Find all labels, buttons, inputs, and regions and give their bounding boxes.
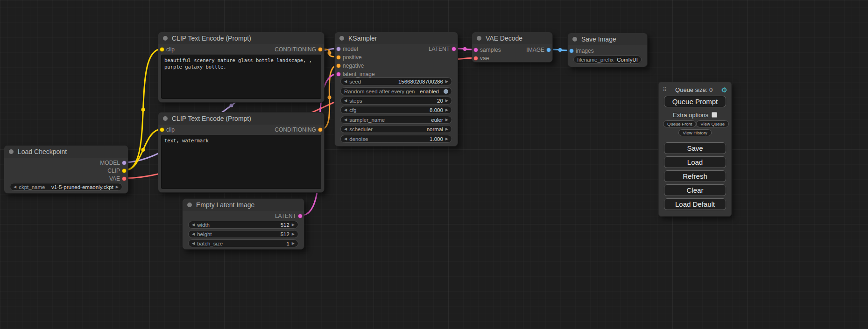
input-port-vae[interactable]: [473, 56, 478, 61]
decrement-arrow-icon[interactable]: ◀: [192, 223, 195, 227]
collapse-dot-icon[interactable]: [477, 36, 481, 41]
view-history-button[interactable]: View History: [678, 129, 712, 136]
node-header-save-image[interactable]: Save Image: [568, 33, 647, 45]
input-port-positive[interactable]: [336, 55, 341, 60]
increment-arrow-icon[interactable]: ▶: [445, 108, 448, 112]
extra-options-row: Extra options: [659, 111, 731, 119]
output-port-model[interactable]: [122, 161, 127, 165]
widget-steps[interactable]: ◀ steps 20 ▶: [340, 97, 452, 105]
input-port-latent-image[interactable]: [336, 72, 341, 77]
collapse-dot-icon[interactable]: [163, 116, 168, 121]
widget-cfg[interactable]: ◀ cfg 8.000 ▶: [340, 106, 452, 114]
input-port-negative[interactable]: [336, 63, 341, 68]
widget-filename-prefix[interactable]: filename_prefix ComfyUI: [573, 56, 642, 63]
decrement-arrow-icon[interactable]: ◀: [192, 242, 195, 245]
increment-arrow-icon[interactable]: ▶: [292, 242, 295, 245]
node-graph-canvas[interactable]: Load Checkpoint MODEL CLIP VAE ◀ ckpt_na…: [0, 0, 868, 329]
refresh-button[interactable]: Refresh: [664, 170, 726, 182]
prompt-textarea-positive[interactable]: beautiful scenery nature glass bottle la…: [161, 55, 321, 99]
input-port-clip[interactable]: [160, 127, 164, 132]
load-default-button[interactable]: Load Default: [664, 198, 726, 210]
decrement-arrow-icon[interactable]: ◀: [344, 108, 347, 112]
widget-width[interactable]: ◀ width 512 ▶: [188, 221, 298, 229]
collapse-dot-icon[interactable]: [187, 203, 192, 207]
increment-arrow-icon[interactable]: ▶: [116, 185, 119, 189]
node-header-ksampler[interactable]: KSampler: [335, 32, 458, 44]
toggle-dot-icon[interactable]: [444, 89, 448, 94]
input-port-clip[interactable]: [160, 47, 164, 52]
output-port-vae[interactable]: [122, 176, 127, 181]
widget-denoise[interactable]: ◀ denoise 1.000 ▶: [340, 135, 452, 143]
queue-prompt-button[interactable]: Queue Prompt: [664, 96, 726, 107]
increment-arrow-icon[interactable]: ▶: [445, 137, 448, 141]
input-port-samples[interactable]: [473, 48, 478, 52]
drag-handle-icon[interactable]: ⠿: [663, 87, 667, 92]
collapse-dot-icon[interactable]: [9, 149, 14, 154]
decrement-arrow-icon[interactable]: ◀: [344, 80, 347, 84]
node-header-clip-encode-negative[interactable]: CLIP Text Encode (Prompt): [158, 112, 324, 125]
collapse-dot-icon[interactable]: [339, 36, 344, 41]
output-port-image[interactable]: [546, 48, 551, 52]
widget-seed[interactable]: ◀ seed 156680208700286 ▶: [340, 77, 452, 85]
decrement-arrow-icon[interactable]: ◀: [14, 185, 16, 189]
node-title: CLIP Text Encode (Prompt): [172, 35, 251, 42]
widget-label: batch_size: [197, 241, 223, 246]
widget-value: 8.000: [430, 107, 443, 113]
output-port-conditioning[interactable]: [318, 127, 323, 132]
node-header-load-checkpoint[interactable]: Load Checkpoint: [4, 146, 128, 158]
decrement-arrow-icon[interactable]: ◀: [192, 232, 195, 236]
node-header-empty-latent[interactable]: Empty Latent Image: [183, 199, 304, 211]
prompt-textarea-negative[interactable]: text, watermark: [161, 135, 321, 189]
collapse-dot-icon[interactable]: [163, 36, 168, 41]
collapse-dot-icon[interactable]: [572, 37, 577, 42]
save-button[interactable]: Save: [664, 142, 726, 154]
link-midpoint-dot: [328, 51, 332, 55]
settings-gear-icon[interactable]: ⚙: [721, 86, 727, 93]
output-port-clip[interactable]: [122, 168, 127, 173]
clear-button[interactable]: Clear: [664, 184, 726, 196]
widget-random-seed-toggle[interactable]: Random seed after every gen enabled: [340, 87, 452, 95]
node-empty-latent-image[interactable]: Empty Latent Image LATENT ◀ width 512 ▶ …: [182, 198, 304, 250]
node-vae-decode[interactable]: VAE Decode samples vae IMAGE: [472, 32, 553, 63]
history-row: View History: [659, 129, 731, 136]
widget-scheduler[interactable]: ◀ scheduler normal ▶: [340, 125, 452, 133]
increment-arrow-icon[interactable]: ▶: [445, 118, 448, 122]
link-midpoint-dot: [230, 104, 233, 107]
decrement-arrow-icon[interactable]: ◀: [344, 127, 347, 131]
view-queue-button[interactable]: View Queue: [696, 120, 729, 127]
widget-batch-size[interactable]: ◀ batch_size 1 ▶: [188, 239, 298, 247]
load-button[interactable]: Load: [664, 156, 726, 168]
node-save-image[interactable]: Save Image images filename_prefix ComfyU…: [567, 33, 648, 67]
input-port-images[interactable]: [569, 49, 574, 53]
decrement-arrow-icon[interactable]: ◀: [344, 99, 347, 103]
input-port-model[interactable]: [336, 47, 341, 51]
widget-sampler-name[interactable]: ◀ sampler_name euler ▶: [340, 116, 452, 124]
increment-arrow-icon[interactable]: ▶: [445, 99, 448, 103]
input-label-clip: clip: [166, 46, 175, 53]
decrement-arrow-icon[interactable]: ◀: [344, 137, 347, 141]
node-load-checkpoint[interactable]: Load Checkpoint MODEL CLIP VAE ◀ ckpt_na…: [4, 145, 128, 194]
increment-arrow-icon[interactable]: ▶: [292, 232, 295, 236]
link-midpoint-dot: [141, 108, 145, 112]
widget-value: enabled: [420, 89, 439, 94]
output-port-conditioning[interactable]: [318, 47, 323, 52]
widget-height[interactable]: ◀ height 512 ▶: [188, 230, 298, 238]
link-midpoint-dot: [328, 96, 332, 99]
node-header-clip-encode-positive[interactable]: CLIP Text Encode (Prompt): [158, 32, 324, 44]
extra-options-checkbox[interactable]: [712, 112, 717, 118]
output-label-conditioning: CONDITIONING: [275, 126, 316, 133]
increment-arrow-icon[interactable]: ▶: [445, 80, 448, 84]
queue-front-button[interactable]: Queue Front: [663, 120, 696, 127]
output-port-latent[interactable]: [298, 214, 303, 218]
decrement-arrow-icon[interactable]: ◀: [344, 118, 347, 122]
increment-arrow-icon[interactable]: ▶: [445, 127, 448, 131]
widget-ckpt-name[interactable]: ◀ ckpt_name v1-5-pruned-emaonly.ckpt ▶: [10, 183, 122, 191]
node-title: Load Checkpoint: [18, 148, 67, 155]
node-header-vae-decode[interactable]: VAE Decode: [472, 32, 552, 44]
output-port-latent[interactable]: [452, 47, 456, 51]
queue-panel: ⠿ Queue size: 0 ⚙ Queue Prompt Extra opt…: [658, 82, 732, 217]
node-clip-text-encode-positive[interactable]: CLIP Text Encode (Prompt) clip CONDITION…: [158, 32, 325, 103]
increment-arrow-icon[interactable]: ▶: [292, 223, 295, 227]
node-ksampler[interactable]: KSampler model positive negative latent_…: [334, 32, 458, 147]
node-clip-text-encode-negative[interactable]: CLIP Text Encode (Prompt) clip CONDITION…: [158, 112, 325, 193]
